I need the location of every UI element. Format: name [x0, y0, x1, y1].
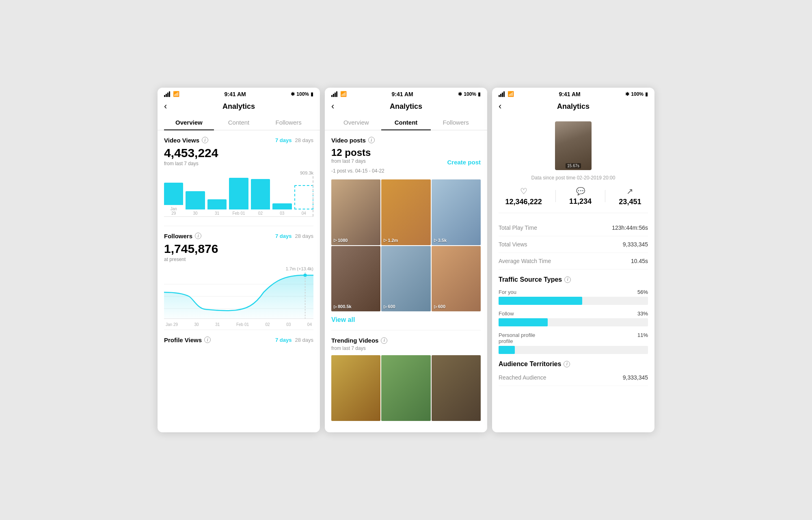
- video-thumb-2[interactable]: ▷ 3.5k: [432, 179, 481, 245]
- reached-audience-label: Reached Audience: [499, 374, 546, 381]
- traffic-profile-pct: 11%: [637, 332, 648, 344]
- back-button-3[interactable]: ‹: [499, 101, 501, 112]
- create-post-button[interactable]: Create post: [447, 159, 481, 166]
- video-thumb-3[interactable]: ▷ 800.5k: [331, 246, 380, 312]
- view-count-5: 600: [438, 304, 445, 309]
- bar-fill-4: [251, 179, 270, 209]
- share-icon: ↗: [619, 186, 641, 196]
- trending-header: Trending Videos i: [331, 337, 481, 344]
- period-7days-views[interactable]: 7 days: [275, 137, 292, 143]
- bluetooth-icon-3: ✱: [625, 91, 629, 97]
- traffic-follow: Follow 33%: [499, 311, 648, 326]
- video-thumb-1[interactable]: ▷ 1.2m: [381, 179, 430, 245]
- play-badge-2: ▷ 3.5k: [434, 238, 447, 243]
- play-icon-3: ▷: [334, 304, 337, 309]
- comment-icon: 💬: [569, 187, 592, 196]
- header-3: ‹ Analytics: [492, 99, 654, 115]
- video-thumb-0[interactable]: ▷ 1080: [331, 179, 380, 245]
- divider-3: [331, 330, 481, 330]
- traffic-info-icon[interactable]: i: [564, 276, 571, 283]
- profile-views-info-icon[interactable]: i: [204, 337, 211, 343]
- video-detail-thumb: 15.67s: [499, 121, 648, 172]
- trending-thumb-0[interactable]: [331, 355, 380, 421]
- period-7days-profile[interactable]: 7 days: [275, 337, 292, 343]
- period-7days-followers[interactable]: 7 days: [275, 233, 292, 239]
- tab-followers-2[interactable]: Followers: [431, 115, 481, 130]
- x-label-1: 30: [194, 322, 199, 327]
- traffic-profile-bar-fill: [499, 346, 515, 354]
- video-thumb-4[interactable]: ▷ 600: [381, 246, 430, 312]
- battery-icon-3: ▮: [645, 91, 648, 97]
- back-button-2[interactable]: ‹: [331, 101, 334, 112]
- play-icon-1: ▷: [384, 238, 387, 242]
- back-button-1[interactable]: ‹: [164, 101, 167, 112]
- x-label-0: Jan 29: [166, 322, 178, 327]
- signal-icon-3: [499, 91, 505, 97]
- trending-bg-2: [432, 355, 481, 421]
- traffic-follow-label-row: Follow 33%: [499, 311, 648, 317]
- audience-title: Audience Territories i: [499, 360, 648, 368]
- video-posts-info-icon[interactable]: i: [368, 137, 375, 143]
- bar-1: 30: [186, 191, 205, 216]
- status-right-1: ✱ 100% ▮: [291, 91, 313, 97]
- tab-overview-1[interactable]: Overview: [164, 115, 214, 130]
- tab-content-2[interactable]: Content: [381, 115, 431, 130]
- screen-content: 📶 9:41 AM ✱ 100% ▮ ‹ Analytics Overview …: [325, 88, 487, 432]
- video-grid: ▷ 1080 ▷ 1.2m ▷ 3.5k: [331, 179, 481, 312]
- tab-followers-1[interactable]: Followers: [263, 115, 313, 130]
- profile-views-header: Profile Views i 7 days 28 days: [164, 337, 313, 343]
- play-badge-4: ▷ 600: [384, 304, 395, 309]
- traffic-foryou-bar-bg: [499, 297, 648, 305]
- detail-thumb-box[interactable]: 15.67s: [555, 121, 592, 170]
- screen-detail: 📶 9:41 AM ✱ 100% ▮ ‹ Analytics 15.67s Da…: [492, 88, 654, 432]
- bar-fill-5: [272, 203, 292, 209]
- followers-number: 1,745,876: [164, 242, 313, 256]
- period-28days-views[interactable]: 28 days: [295, 137, 313, 143]
- traffic-follow-bar-fill: [499, 318, 548, 326]
- bar-fill-2: [207, 199, 227, 209]
- play-badge-5: ▷ 600: [434, 304, 445, 309]
- bar-label-1: 30: [193, 211, 198, 216]
- video-thumb-5[interactable]: ▷ 600: [432, 246, 481, 312]
- period-28days-followers[interactable]: 28 days: [295, 233, 313, 239]
- video-posts-title: Video posts i: [331, 137, 375, 144]
- data-since: Data since post time 02-20-2019 20:00: [499, 175, 648, 181]
- stats-divider-1: [555, 190, 556, 202]
- video-views-info-icon[interactable]: i: [202, 137, 208, 143]
- traffic-profile-bar-bg: [499, 346, 648, 354]
- traffic-profile-label-row: Personal profileprofile 11%: [499, 332, 648, 344]
- followers-periods: 7 days 28 days: [275, 233, 313, 239]
- line-chart-svg: [164, 272, 313, 321]
- stat-shares: ↗ 23,451: [619, 186, 641, 206]
- traffic-section: Traffic Source Types i For you 56% Follo…: [499, 276, 648, 354]
- period-28days-profile[interactable]: 28 days: [295, 337, 313, 343]
- view-count-4: 600: [388, 304, 395, 309]
- video-bg-0: [331, 179, 380, 245]
- trending-info-icon[interactable]: i: [381, 337, 387, 344]
- wifi-icon-2: 📶: [340, 91, 347, 97]
- stat-likes: ♡ 12,346,222: [505, 186, 542, 206]
- tab-overview-2[interactable]: Overview: [331, 115, 381, 130]
- trending-thumb-2[interactable]: [432, 355, 481, 421]
- battery-pct-1: 100%: [296, 91, 309, 97]
- followers-info-icon[interactable]: i: [195, 233, 201, 239]
- followers-title: Followers i: [164, 233, 201, 240]
- view-all-button[interactable]: View all: [331, 316, 481, 324]
- heart-icon: ♡: [505, 186, 542, 196]
- video-bg-4: [381, 246, 430, 312]
- reached-audience-value: 9,333,345: [623, 374, 648, 381]
- tabs-1: Overview Content Followers: [158, 115, 320, 130]
- trending-thumb-1[interactable]: [381, 355, 430, 421]
- posts-count-wrap: 12 posts from last 7 days -1 post vs. 04…: [331, 147, 384, 178]
- header-title-3: Analytics: [557, 102, 590, 111]
- status-right-2: ✱ 100% ▮: [458, 91, 481, 97]
- traffic-foryou-label: For you: [499, 289, 516, 295]
- chart-dashed-line: [313, 176, 313, 216]
- chart-area: [164, 275, 313, 319]
- screen-overview: 📶 9:41 AM ✱ 100% ▮ ‹ Analytics Overview …: [158, 88, 320, 432]
- audience-info-icon[interactable]: i: [564, 361, 570, 367]
- tab-content-1[interactable]: Content: [214, 115, 264, 130]
- content-overview: Video Views i 7 days 28 days 4,453,224 f…: [158, 130, 320, 352]
- shares-count: 23,451: [619, 198, 641, 206]
- profile-views-periods: 7 days 28 days: [275, 337, 313, 343]
